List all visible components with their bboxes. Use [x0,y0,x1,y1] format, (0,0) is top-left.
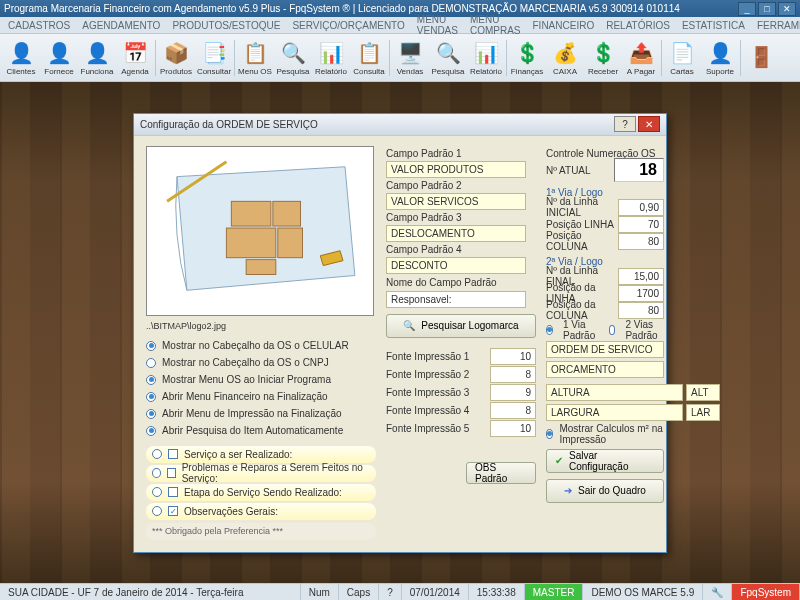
width-label-input[interactable] [546,404,683,421]
width-value-input[interactable] [686,404,720,421]
a pagar-icon: 📤 [627,40,655,66]
toolbar-pesquisa[interactable]: 🔍Pesquisa [429,36,467,80]
section-1-checkbox[interactable] [167,468,176,478]
menu-produtosestoque[interactable]: PRODUTOS/ESTOQUE [172,20,280,31]
cartas-icon: 📄 [668,40,696,66]
status-help[interactable]: ? [379,584,402,600]
doc-type1-input[interactable] [546,341,664,358]
height-value-input[interactable] [686,384,720,401]
toolbar-consulta[interactable]: 📋Consulta [350,36,388,80]
logo-path: ..\BITMAP\logo2.jpg [146,321,376,331]
exit-icon: 🚪 [747,44,775,70]
dialog-close-button[interactable]: ✕ [638,116,660,132]
section-2-checkbox[interactable] [168,487,178,497]
default-field-2-input[interactable] [386,193,526,210]
toolbar-agenda[interactable]: 📅Agenda [116,36,154,80]
app-title: Programa Marcenaria Financeiro com Agend… [4,3,680,14]
header-opt-5-radio[interactable] [146,426,156,436]
pesquisa-icon: 🔍 [434,40,462,66]
status-num: Num [301,584,339,600]
menu-financeiro[interactable]: FINANCEIRO [533,20,595,31]
via1-1-input[interactable] [618,216,664,233]
maximize-button[interactable]: □ [758,2,776,16]
status-city: SUA CIDADE - UF 7 de Janeiro de 2014 - T… [0,584,301,600]
menu os-icon: 📋 [241,40,269,66]
dialog-help-button[interactable]: ? [614,116,636,132]
responsavel-input[interactable] [386,291,526,308]
relatório-icon: 📊 [317,40,345,66]
svg-rect-2 [273,201,301,226]
toolbar-suporte[interactable]: 👤Suporte [701,36,739,80]
dialog-title: Configuração da ORDEM DE SERVIÇO [140,119,318,130]
section-3-radio[interactable] [152,506,162,516]
status-tool[interactable]: 🔧 [703,584,732,600]
menu-agendamento[interactable]: AGENDAMENTO [82,20,160,31]
menu-menuvendas[interactable]: MENU VENDAS [417,14,458,36]
section-3-checkbox[interactable] [168,506,178,516]
toolbar-produtos[interactable]: 📦Produtos [157,36,195,80]
font-size-4-input[interactable] [490,402,536,419]
svg-rect-4 [278,228,303,258]
toolbar-caixa[interactable]: 💰CAIXA [546,36,584,80]
menu-menucompras[interactable]: MENU COMPRAS [470,14,521,36]
toolbar-a pagar[interactable]: 📤A Pagar [622,36,660,80]
menu-relatrios[interactable]: RELATÓRIOS [606,20,670,31]
section-2-radio[interactable] [152,487,162,497]
toolbar-exit[interactable]: 🚪 [742,36,780,80]
default-field-3-input[interactable] [386,225,526,242]
doc-type2-input[interactable] [546,361,664,378]
toolbar-consultar[interactable]: 📑Consultar [195,36,233,80]
via1-2-input[interactable] [618,233,664,250]
toolbar-pesquisa[interactable]: 🔍Pesquisa [274,36,312,80]
close-button[interactable]: ✕ [778,2,796,16]
consulta-icon: 📋 [355,40,383,66]
search-logo-button[interactable]: 🔍 Pesquisar Logomarca [386,314,536,338]
via2-1-input[interactable] [618,285,664,302]
via1-radio[interactable] [546,325,553,335]
check-icon: ✔ [555,455,563,466]
toolbar-clientes[interactable]: 👤Clientes [2,36,40,80]
save-config-button[interactable]: ✔Salvar Configuração [546,449,664,473]
current-number-input[interactable] [614,158,664,182]
toolbar-menu os[interactable]: 📋Menu OS [236,36,274,80]
font-size-2-input[interactable] [490,366,536,383]
menu-estatistica[interactable]: ESTATISTICA [682,20,745,31]
field-name-label: Nome do Campo Padrão [386,275,536,290]
toolbar-fornece[interactable]: 👤Fornece [40,36,78,80]
exit-button[interactable]: ➔Sair do Quadro [546,479,664,503]
header-opt-1-radio[interactable] [146,358,156,368]
height-label-input[interactable] [546,384,683,401]
menu-ferramentas[interactable]: FERRAMENTAS [757,20,800,31]
header-opt-3-radio[interactable] [146,392,156,402]
font-size-5-input[interactable] [490,420,536,437]
svg-rect-5 [246,259,276,274]
via2-radio[interactable] [609,325,616,335]
font-size-1-input[interactable] [490,348,536,365]
toolbar-relatório[interactable]: 📊Relatório [312,36,350,80]
toolbar-receber[interactable]: 💲Receber [584,36,622,80]
header-opt-0-radio[interactable] [146,341,156,351]
menu-serviooramento[interactable]: SERVIÇO/ORÇAMENTO [292,20,404,31]
status-brand: FpqSystem [732,584,800,600]
section-1-radio[interactable] [152,468,161,478]
via2-0-input[interactable] [618,268,664,285]
show-calc-radio[interactable] [546,429,553,439]
via2-2-input[interactable] [618,302,664,319]
toolbar-cartas[interactable]: 📄Cartas [663,36,701,80]
toolbar-vendas[interactable]: 🖥️Vendas [391,36,429,80]
toolbar-funciona[interactable]: 👤Funciona [78,36,116,80]
section-0-radio[interactable] [152,449,162,459]
default-field-4-input[interactable] [386,257,526,274]
section-0-checkbox[interactable] [168,449,178,459]
toolbar-relatório[interactable]: 📊Relatório [467,36,505,80]
obs-default-button[interactable]: OBS Padrão [466,462,536,484]
menu-cadastros[interactable]: CADASTROS [8,20,70,31]
minimize-button[interactable]: _ [738,2,756,16]
via1-0-input[interactable] [618,199,664,216]
clientes-icon: 👤 [7,40,35,66]
header-opt-2-radio[interactable] [146,375,156,385]
header-opt-4-radio[interactable] [146,409,156,419]
default-field-1-input[interactable] [386,161,526,178]
toolbar-finanças[interactable]: 💲Finanças [508,36,546,80]
font-size-3-input[interactable] [490,384,536,401]
